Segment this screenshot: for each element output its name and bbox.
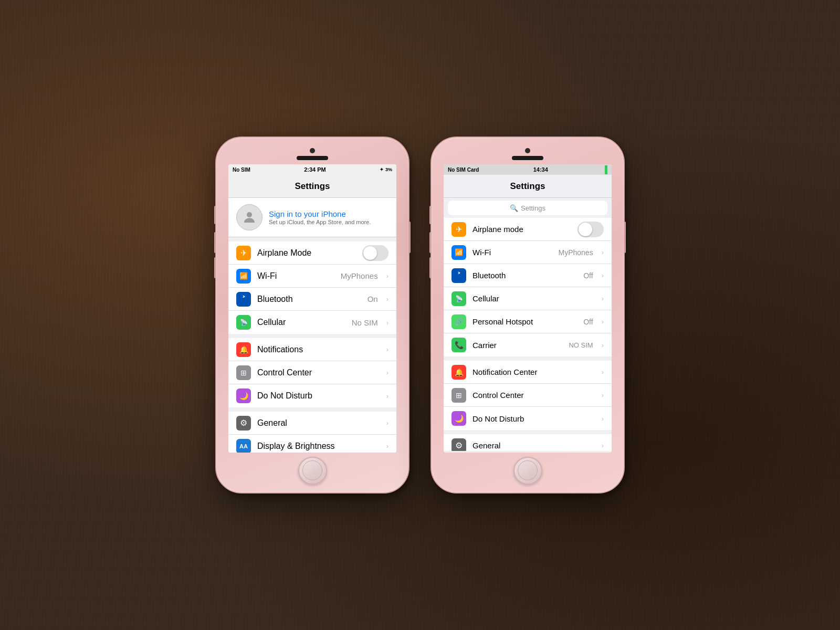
carrier-label-right: Carrier bbox=[472, 341, 562, 350]
notifications-chevron: › bbox=[386, 345, 388, 353]
home-button-right[interactable] bbox=[513, 457, 542, 485]
phone-top-left bbox=[222, 145, 403, 160]
right-phone-body: No SIM Card 14:34 ▐ Settings 🔍 Settings bbox=[430, 136, 625, 494]
left-phone: No SIM 2:34 PM ✦ 3% Settings bbox=[215, 136, 410, 494]
search-field-right[interactable]: 🔍 Settings bbox=[448, 201, 607, 215]
volume-down-right bbox=[429, 257, 432, 278]
wifi-icon: 📶 bbox=[236, 269, 251, 284]
bluetooth-item[interactable]: ˃ Bluetooth On › bbox=[228, 288, 396, 311]
front-camera-left bbox=[310, 148, 315, 153]
cellular-icon: 📡 bbox=[236, 315, 251, 330]
dnd-item-right[interactable]: 🌙 Do Not Disturb › bbox=[444, 407, 612, 430]
general-label: General bbox=[257, 418, 380, 428]
general-chevron: › bbox=[386, 419, 388, 427]
cellular-item[interactable]: 📡 Cellular No SIM › bbox=[228, 311, 396, 334]
dnd-label-right: Do Not Disturb bbox=[472, 414, 595, 423]
notification-center-label-right: Notification Center bbox=[472, 368, 595, 376]
airplane-mode-item-right[interactable]: ✈ Airplane mode bbox=[444, 218, 612, 241]
avatar-icon bbox=[242, 209, 257, 225]
cellular-label-right: Cellular bbox=[472, 294, 595, 303]
notifications-group: 🔔 Notifications › ⊞ Control Center › bbox=[228, 338, 396, 407]
control-center-chevron: › bbox=[386, 369, 388, 376]
connectivity-group-right: ✈ Airplane mode 📶 Wi-Fi MyPhones › bbox=[444, 218, 612, 356]
notifications-icon: 🔔 bbox=[236, 342, 251, 357]
cellular-icon-right: 📡 bbox=[452, 291, 466, 306]
control-center-item-right[interactable]: ⊞ Control Center › bbox=[444, 384, 612, 407]
volume-down bbox=[214, 257, 216, 278]
carrier-value-right: NO SIM bbox=[569, 341, 593, 349]
airplane-mode-item[interactable]: ✈ Airplane Mode bbox=[228, 242, 396, 265]
nav-bar-left: Settings bbox=[228, 175, 396, 198]
notifications-group-right: 🔔 Notification Center › ⊞ Control Center… bbox=[444, 361, 612, 430]
carrier-left: No SIM bbox=[233, 167, 250, 173]
signin-subtitle: Set up iCloud, the App Store, and more. bbox=[269, 219, 371, 225]
dnd-label: Do Not Disturb bbox=[257, 391, 380, 401]
hotspot-label-right: Personal Hotspot bbox=[472, 317, 577, 326]
volume-buttons-left bbox=[214, 232, 216, 278]
airplane-mode-label: Airplane Mode bbox=[257, 248, 356, 258]
bluetooth-item-right[interactable]: ˃ Bluetooth Off › bbox=[444, 264, 612, 287]
cellular-chevron: › bbox=[386, 319, 388, 327]
airplane-mode-icon-right: ✈ bbox=[452, 222, 466, 237]
cellular-chevron-right: › bbox=[602, 295, 604, 302]
control-center-item[interactable]: ⊞ Control Center › bbox=[228, 361, 396, 384]
bluetooth-icon-right: ˃ bbox=[452, 268, 466, 283]
dnd-item[interactable]: 🌙 Do Not Disturb › bbox=[228, 384, 396, 407]
carrier-icon-right: 📞 bbox=[452, 338, 466, 352]
display-icon: AA bbox=[236, 439, 251, 453]
notifications-item[interactable]: 🔔 Notifications › bbox=[228, 338, 396, 361]
home-button-left[interactable] bbox=[298, 457, 327, 485]
signin-banner[interactable]: Sign in to your iPhone Set up iCloud, th… bbox=[228, 198, 396, 237]
status-bar-left: No SIM 2:34 PM ✦ 3% bbox=[228, 164, 396, 175]
home-button-inner-left bbox=[302, 460, 322, 480]
airplane-mode-label-right: Airplane mode bbox=[472, 225, 571, 234]
display-label: Display & Brightness bbox=[257, 442, 380, 451]
connectivity-group: ✈ Airplane Mode 📶 Wi-Fi MyPhones › bbox=[228, 242, 396, 334]
hotspot-icon-right: 🔗 bbox=[452, 314, 466, 329]
bluetooth-label: Bluetooth bbox=[257, 295, 361, 304]
signin-title: Sign in to your iPhone bbox=[269, 209, 371, 218]
airplane-mode-toggle-right[interactable] bbox=[578, 222, 604, 237]
nav-title-right: Settings bbox=[510, 181, 545, 192]
carrier-item-right[interactable]: 📞 Carrier NO SIM › bbox=[444, 333, 612, 356]
cellular-item-right[interactable]: 📡 Cellular › bbox=[444, 287, 612, 310]
display-chevron: › bbox=[386, 442, 388, 450]
battery-indicator-right: ▐ bbox=[602, 165, 607, 174]
notifications-label: Notifications bbox=[257, 345, 380, 354]
settings-scroll-right[interactable]: ✈ Airplane mode 📶 Wi-Fi MyPhones › bbox=[444, 218, 612, 451]
wifi-chevron: › bbox=[386, 272, 388, 280]
cellular-label: Cellular bbox=[257, 318, 345, 327]
left-phone-body: No SIM 2:34 PM ✦ 3% Settings bbox=[215, 136, 410, 494]
dnd-chevron-right: › bbox=[602, 415, 604, 423]
control-center-chevron-right: › bbox=[602, 391, 604, 399]
wifi-item[interactable]: 📶 Wi-Fi MyPhones › bbox=[228, 265, 396, 288]
avatar bbox=[236, 204, 262, 230]
signin-text: Sign in to your iPhone Set up iCloud, th… bbox=[269, 209, 371, 225]
search-bar-right[interactable]: 🔍 Settings bbox=[444, 198, 612, 218]
notification-center-icon-right: 🔔 bbox=[452, 365, 466, 380]
airplane-mode-icon: ✈ bbox=[236, 246, 251, 260]
general-icon-right: ⚙ bbox=[452, 438, 466, 451]
general-item-right[interactable]: ⚙ General › bbox=[444, 434, 612, 451]
wifi-item-right[interactable]: 📶 Wi-Fi MyPhones › bbox=[444, 241, 612, 264]
display-brightness-item[interactable]: AA Display & Brightness › bbox=[228, 435, 396, 453]
hotspot-value-right: Off bbox=[583, 318, 593, 326]
svg-point-0 bbox=[247, 212, 252, 217]
bluetooth-chevron: › bbox=[386, 295, 388, 303]
hotspot-item-right[interactable]: 🔗 Personal Hotspot Off › bbox=[444, 310, 612, 333]
dnd-icon-right: 🌙 bbox=[452, 411, 466, 426]
front-camera-right bbox=[525, 148, 530, 153]
speaker-left bbox=[297, 156, 328, 160]
general-label-right: General bbox=[472, 441, 595, 450]
toggle-knob-right bbox=[579, 223, 592, 236]
settings-scroll-left[interactable]: Sign in to your iPhone Set up iCloud, th… bbox=[228, 198, 396, 453]
right-screen: No SIM Card 14:34 ▐ Settings 🔍 Settings bbox=[444, 164, 612, 453]
notification-center-chevron-right: › bbox=[602, 368, 604, 376]
airplane-mode-toggle[interactable] bbox=[362, 245, 388, 261]
notification-center-item-right[interactable]: 🔔 Notification Center › bbox=[444, 361, 612, 384]
wifi-value: MyPhones bbox=[341, 271, 378, 280]
volume-up bbox=[214, 232, 216, 253]
general-item[interactable]: ⚙ General › bbox=[228, 412, 396, 435]
time-right: 14:34 bbox=[533, 166, 548, 173]
bluetooth-value: On bbox=[368, 295, 378, 303]
